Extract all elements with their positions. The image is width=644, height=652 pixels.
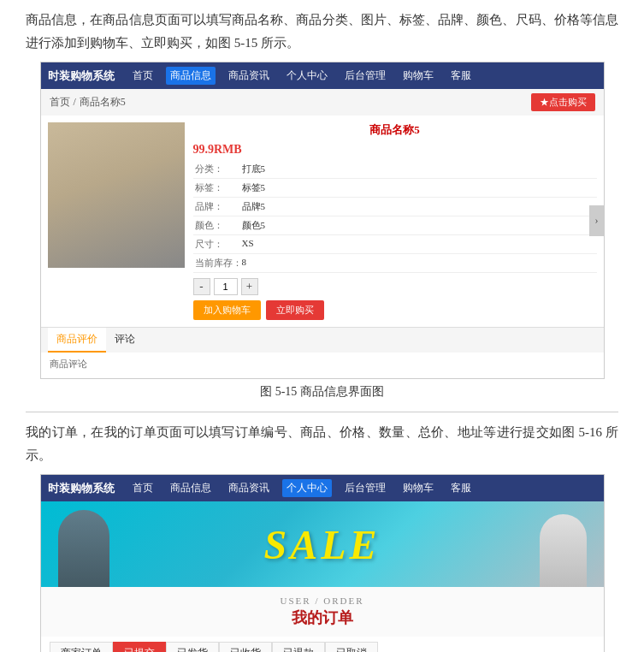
qty-decrease-button[interactable]: - bbox=[193, 278, 210, 295]
caption-1-text: 图 5-15 商品信息界面图 bbox=[260, 385, 384, 398]
order-tabs-bar: 商家订单 已提交 已发货 已收货 已退款 已取消 bbox=[41, 637, 604, 652]
tag-label: 标签： bbox=[195, 181, 242, 194]
nav2-personal[interactable]: 个人中心 bbox=[282, 479, 332, 497]
order-tab-shipped[interactable]: 已发货 bbox=[166, 642, 219, 652]
tab-comment[interactable]: 评论 bbox=[106, 328, 144, 353]
stock-label: 当前库存： bbox=[195, 257, 242, 270]
user-order-label: USER / ORDER bbox=[50, 596, 595, 606]
quantity-row: - + bbox=[193, 278, 597, 295]
nav-item-admin-1[interactable]: 后台管理 bbox=[340, 67, 390, 85]
intro-paragraph-2: 我的订单，在我的订单页面可以填写订单编号、商品、价格、数量、总价、地址等进行提交… bbox=[26, 421, 618, 467]
side-arrow-right[interactable]: › bbox=[589, 205, 605, 236]
tag-value: 标签5 bbox=[242, 181, 266, 194]
hero-figure-left bbox=[58, 510, 109, 587]
nav-item-home-1[interactable]: 首页 bbox=[128, 67, 157, 85]
nav2-admin[interactable]: 后台管理 bbox=[340, 479, 390, 497]
breadcrumb-home[interactable]: 首页 bbox=[50, 95, 70, 110]
product-brand-row: 品牌： 品牌5 bbox=[193, 198, 597, 216]
breadcrumb-separator: / bbox=[74, 96, 76, 109]
product-name: 商品名称5 bbox=[193, 122, 597, 138]
breadcrumb-bar-1: 首页 / 商品名称5 ★点击购买 bbox=[41, 89, 604, 116]
site-name-1: 时装购物系统 bbox=[48, 68, 115, 84]
qty-increase-button[interactable]: + bbox=[241, 278, 258, 295]
qty-input[interactable] bbox=[214, 278, 238, 295]
size-label: 尺寸： bbox=[195, 238, 242, 251]
figure-15-wrapper: 时装购物系统 首页 商品信息 商品资讯 个人中心 后台管理 购物车 客服 首页 … bbox=[40, 62, 605, 379]
buy-immediately-button[interactable]: 立即购买 bbox=[266, 300, 324, 320]
nav-bar-1: 时装购物系统 首页 商品信息 商品资讯 个人中心 后台管理 购物车 客服 bbox=[41, 62, 604, 89]
nav2-cart[interactable]: 购物车 bbox=[399, 479, 438, 497]
product-tabs-bar: 商品评价 评论 bbox=[41, 327, 604, 353]
order-tab-merchant[interactable]: 商家订单 bbox=[50, 642, 113, 652]
product-image bbox=[48, 122, 185, 268]
product-review-content: 商品评论 bbox=[41, 353, 604, 378]
nav-item-service-1[interactable]: 客服 bbox=[446, 67, 476, 85]
nav2-service[interactable]: 客服 bbox=[446, 479, 476, 497]
product-action-buttons: 加入购物车 立即购买 bbox=[193, 300, 597, 320]
order-tab-refunded[interactable]: 已退款 bbox=[272, 642, 325, 652]
site-name-2: 时装购物系统 bbox=[48, 481, 115, 496]
nav2-goods[interactable]: 商品信息 bbox=[166, 479, 216, 497]
breadcrumb-current: 商品名称5 bbox=[80, 95, 126, 110]
category-label: 分类： bbox=[195, 163, 242, 175]
color-label: 颜色： bbox=[195, 219, 242, 232]
product-info-panel: 商品名称5 99.9RMB 分类： 打底5 标签： 标签5 品牌： 品牌5 bbox=[193, 122, 597, 320]
nav-item-news-1[interactable]: 商品资讯 bbox=[224, 67, 274, 85]
hero-sale-text: SALE bbox=[263, 521, 380, 568]
color-value: 颜色5 bbox=[242, 219, 266, 232]
order-section: USER / ORDER 我的订单 bbox=[41, 587, 604, 637]
figure-16-screenshot: 时装购物系统 首页 商品信息 商品资讯 个人中心 后台管理 购物车 客服 SAL… bbox=[40, 474, 605, 652]
brand-label: 品牌： bbox=[195, 200, 242, 213]
hero-banner: SALE bbox=[41, 501, 604, 587]
order-tab-received[interactable]: 已收货 bbox=[219, 642, 272, 652]
size-value: XS bbox=[242, 238, 254, 251]
section-separator bbox=[26, 412, 618, 412]
intro-paragraph-1: 商品信息，在商品信息页面可以填写商品名称、商品分类、图片、标签、品牌、颜色、尺码… bbox=[26, 9, 618, 55]
nav-item-cart-1[interactable]: 购物车 bbox=[399, 67, 438, 85]
nav-item-goods-1[interactable]: 商品信息 bbox=[166, 67, 216, 85]
hero-figure-right bbox=[540, 514, 587, 587]
nav2-home[interactable]: 首页 bbox=[128, 479, 157, 497]
my-order-title: 我的订单 bbox=[50, 608, 595, 628]
figure-15-caption: 图 5-15 商品信息界面图 bbox=[26, 384, 618, 400]
product-category-row: 分类： 打底5 bbox=[193, 160, 597, 179]
buy-now-button[interactable]: ★点击购买 bbox=[531, 93, 595, 111]
product-detail: 商品名称5 99.9RMB 分类： 打底5 标签： 标签5 品牌： 品牌5 bbox=[41, 116, 604, 327]
product-color-row: 颜色： 颜色5 bbox=[193, 216, 597, 235]
product-stock-row: 当前库存： 8 bbox=[193, 254, 597, 273]
intro-text-2: 我的订单，在我的订单页面可以填写订单编号、商品、价格、数量、总价、地址等进行提交… bbox=[26, 425, 618, 462]
nav-bar-2: 时装购物系统 首页 商品信息 商品资讯 个人中心 后台管理 购物车 客服 bbox=[41, 475, 604, 501]
product-tag-row: 标签： 标签5 bbox=[193, 179, 597, 198]
category-value: 打底5 bbox=[242, 163, 266, 175]
stock-value: 8 bbox=[242, 257, 247, 270]
brand-value: 品牌5 bbox=[242, 200, 266, 213]
figure-15-screenshot: 时装购物系统 首页 商品信息 商品资讯 个人中心 后台管理 购物车 客服 首页 … bbox=[40, 62, 605, 379]
tab-product-review[interactable]: 商品评价 bbox=[48, 328, 106, 353]
figure-16-wrapper: 时装购物系统 首页 商品信息 商品资讯 个人中心 后台管理 购物车 客服 SAL… bbox=[40, 474, 605, 652]
order-tab-cancelled[interactable]: 已取消 bbox=[325, 642, 378, 652]
nav-item-personal-1[interactable]: 个人中心 bbox=[282, 67, 332, 85]
add-to-cart-button[interactable]: 加入购物车 bbox=[193, 300, 261, 320]
product-price: 99.9RMB bbox=[193, 143, 597, 157]
nav2-news[interactable]: 商品资讯 bbox=[224, 479, 274, 497]
product-size-row: 尺寸： XS bbox=[193, 235, 597, 254]
order-tab-submitted[interactable]: 已提交 bbox=[113, 642, 166, 652]
fashion-image-bg bbox=[48, 122, 185, 268]
intro-text-1: 商品信息，在商品信息页面可以填写商品名称、商品分类、图片、标签、品牌、颜色、尺码… bbox=[26, 13, 618, 50]
